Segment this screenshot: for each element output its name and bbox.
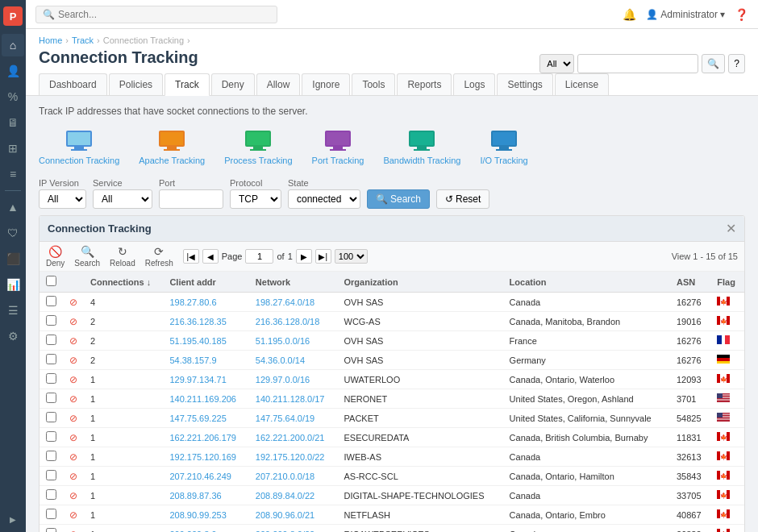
admin-label[interactable]: 👤 Administrator ▾ [646, 9, 725, 20]
th-asn[interactable]: ASN [670, 272, 710, 293]
filter-service-select[interactable]: AllHTTPHTTPSSSH [93, 189, 152, 209]
th-network[interactable]: Network [249, 272, 338, 293]
row-deny-icon[interactable]: ⊘ [69, 509, 77, 521]
row-checkbox[interactable] [46, 335, 56, 345]
tab-license[interactable]: License [555, 73, 609, 95]
per-page-select[interactable]: 1005025 [335, 249, 368, 264]
tab-track[interactable]: Track [165, 73, 210, 96]
tab-settings[interactable]: Settings [497, 73, 552, 95]
row-checkbox[interactable] [46, 354, 56, 364]
th-location[interactable]: Location [503, 272, 670, 293]
row-deny-icon[interactable]: ⊘ [69, 355, 77, 366]
th-flag[interactable]: Flag [710, 272, 744, 293]
sidebar-icon-percent[interactable]: % [2, 85, 24, 108]
row-checkbox[interactable] [46, 296, 56, 306]
row-checkbox[interactable] [46, 470, 56, 480]
filter-port-input[interactable] [159, 189, 223, 209]
row-checkbox[interactable] [46, 412, 56, 422]
tab-deny[interactable]: Deny [211, 73, 255, 95]
top-help-button[interactable]: ? [728, 54, 745, 73]
row-deny-icon[interactable]: ⊘ [69, 297, 77, 308]
tab-tools[interactable]: Tools [352, 73, 395, 95]
row-deny-icon[interactable]: ⊘ [69, 413, 77, 424]
tracking-io[interactable]: I/O Tracking [480, 127, 527, 165]
page-next-btn[interactable]: ▶ [296, 249, 312, 264]
description: Track IP addresses that have socket conn… [39, 106, 745, 117]
sidebar-icon-grid[interactable]: ⊞ [2, 137, 24, 160]
help-icon[interactable]: ❓ [735, 8, 748, 21]
reset-button[interactable]: ↺ Reset [436, 189, 489, 209]
sidebar-divider-1 [5, 190, 21, 191]
tab-logs[interactable]: Logs [453, 73, 495, 95]
row-checkbox[interactable] [46, 528, 56, 532]
top-filter-select[interactable]: All [539, 54, 574, 73]
row-checkbox[interactable] [46, 373, 56, 384]
reload-toolbar-btn[interactable]: ↻ Reload [110, 245, 135, 268]
page-input[interactable] [245, 249, 273, 264]
row-deny-icon[interactable]: ⊘ [69, 490, 77, 501]
sidebar-icon-apps[interactable]: ⬛ [2, 247, 24, 270]
search-button[interactable]: 🔍 Search [367, 189, 430, 209]
row-checkbox[interactable] [46, 509, 56, 519]
row-deny-icon[interactable]: ⊘ [69, 316, 77, 327]
sidebar-icon-settings[interactable]: ⚙ [2, 325, 24, 347]
top-search-input[interactable] [577, 54, 698, 73]
row-deny-icon[interactable]: ⊘ [69, 374, 77, 385]
tab-reports[interactable]: Reports [397, 73, 452, 95]
panel-close-btn[interactable]: ✕ [726, 221, 736, 236]
row-organization: IWEB-AS [338, 447, 503, 467]
th-organization[interactable]: Organization [338, 272, 503, 293]
refresh-toolbar-btn[interactable]: ⟳ Refresh [145, 245, 173, 268]
page-first-btn[interactable]: |◀ [183, 249, 199, 264]
row-deny-icon[interactable]: ⊘ [69, 529, 77, 533]
row-deny-icon[interactable]: ⊘ [69, 393, 77, 405]
row-deny-icon[interactable]: ⊘ [69, 335, 77, 347]
filter-state-select[interactable]: connectedallestablished [288, 189, 360, 209]
topbar-search[interactable]: 🔍 [35, 6, 277, 23]
row-checkbox[interactable] [46, 431, 56, 442]
row-checkbox[interactable] [46, 393, 56, 403]
row-deny-icon[interactable]: ⊘ [69, 471, 77, 482]
row-deny-icon[interactable]: ⊘ [69, 451, 77, 463]
filter-ipversion-select[interactable]: AllIPv4IPv6 [39, 189, 86, 209]
tab-dashboard[interactable]: Dashboard [39, 73, 107, 95]
breadcrumb-home[interactable]: Home [39, 35, 62, 45]
top-search-button[interactable]: 🔍 [702, 54, 725, 73]
th-connections[interactable]: Connections ↓ [84, 272, 163, 293]
tab-ignore[interactable]: Ignore [302, 73, 350, 95]
tracking-connection[interactable]: Connection Tracking [39, 127, 119, 165]
svg-rect-76 [727, 509, 730, 518]
search-input[interactable] [58, 9, 270, 20]
deny-toolbar-btn[interactable]: 🚫 Deny [46, 245, 65, 268]
tab-allow[interactable]: Allow [256, 73, 301, 95]
sidebar-icon-shield[interactable]: 🛡 [2, 222, 24, 244]
deny-icon: 🚫 [48, 245, 62, 258]
tracking-process[interactable]: Process Tracking [224, 127, 292, 165]
sidebar-icon-layers[interactable]: ≡ [2, 163, 24, 185]
row-checkbox[interactable] [46, 451, 56, 461]
row-flag: 🍁 [710, 312, 744, 331]
page-last-btn[interactable]: ▶| [315, 249, 331, 264]
select-all-checkbox[interactable] [46, 276, 56, 286]
tracking-bandwidth[interactable]: Bandwidth Tracking [383, 127, 460, 165]
page-prev-btn[interactable]: ◀ [202, 249, 219, 264]
bell-icon[interactable]: 🔔 [623, 8, 636, 21]
tracking-apache[interactable]: Apache Tracking [139, 127, 205, 165]
svg-rect-48 [717, 401, 730, 401]
filter-protocol-select[interactable]: TCPUDPICMP [230, 189, 281, 209]
tab-policies[interactable]: Policies [109, 73, 163, 95]
sidebar-icon-monitor[interactable]: 🖥 [2, 111, 24, 134]
row-deny-icon[interactable]: ⊘ [69, 432, 77, 443]
search-toolbar-btn[interactable]: 🔍 Search [74, 245, 100, 268]
sidebar-icon-home[interactable]: ⌂ [2, 34, 24, 56]
sidebar-icon-list[interactable]: ☰ [2, 299, 24, 322]
tracking-port[interactable]: Port Tracking [312, 127, 364, 165]
row-checkbox[interactable] [46, 489, 56, 500]
th-client-addr[interactable]: Client addr [163, 272, 248, 293]
row-checkbox[interactable] [46, 315, 56, 326]
sidebar-icon-users[interactable]: 👤 [2, 60, 24, 82]
sidebar-icon-arrow-up[interactable]: ▲ [2, 196, 24, 218]
sidebar-icon-chart[interactable]: 📊 [2, 273, 24, 296]
sidebar-expand-btn[interactable]: ▶ [6, 513, 19, 526]
breadcrumb-track[interactable]: Track [72, 35, 94, 45]
